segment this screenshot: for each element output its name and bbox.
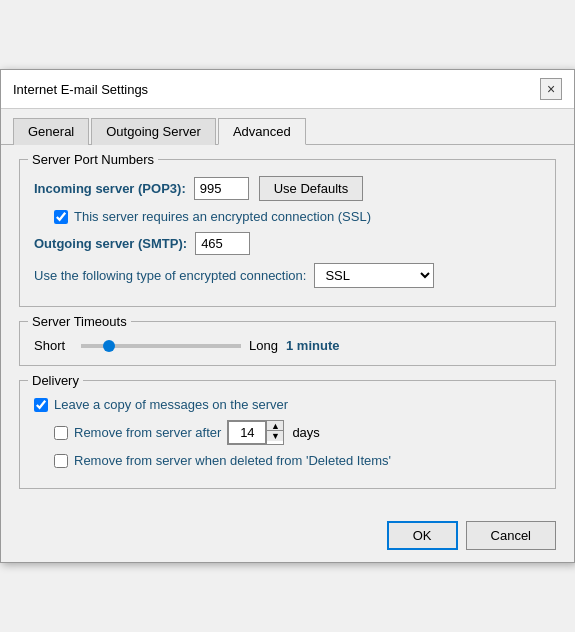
long-label: Long: [249, 338, 278, 353]
encryption-type-row: Use the following type of encrypted conn…: [34, 263, 541, 288]
content: Server Port Numbers Incoming server (POP…: [1, 145, 574, 513]
tab-general[interactable]: General: [13, 118, 89, 145]
cancel-button[interactable]: Cancel: [466, 521, 556, 550]
outgoing-server-row: Outgoing server (SMTP):: [34, 232, 541, 255]
encryption-dropdown[interactable]: SSL TLS Auto None: [314, 263, 434, 288]
tabs-row: General Outgoing Server Advanced: [1, 109, 574, 145]
incoming-server-input[interactable]: [194, 177, 249, 200]
dialog-title: Internet E-mail Settings: [13, 82, 148, 97]
server-port-numbers-title: Server Port Numbers: [28, 152, 158, 167]
incoming-server-row: Incoming server (POP3): Use Defaults: [34, 176, 541, 201]
delivery-section: Delivery Leave a copy of messages on the…: [19, 380, 556, 489]
server-timeouts-section: Server Timeouts Short Long 1 minute: [19, 321, 556, 366]
leave-copy-checkbox[interactable]: [34, 398, 48, 412]
ok-button[interactable]: OK: [387, 521, 458, 550]
ssl-checkbox-row: This server requires an encrypted connec…: [54, 209, 541, 224]
remove-deleted-label[interactable]: Remove from server when deleted from 'De…: [74, 453, 391, 468]
spinbox-down-button[interactable]: ▼: [267, 431, 283, 441]
slider-row: Short Long 1 minute: [34, 338, 541, 353]
days-label: days: [292, 425, 319, 440]
spinbox-up-button[interactable]: ▲: [267, 421, 283, 431]
outgoing-server-label: Outgoing server (SMTP):: [34, 236, 187, 251]
days-input[interactable]: [228, 421, 266, 444]
days-spinbox: ▲ ▼: [227, 420, 284, 445]
incoming-server-label: Incoming server (POP3):: [34, 181, 186, 196]
leave-copy-label[interactable]: Leave a copy of messages on the server: [54, 397, 288, 412]
server-timeouts-title: Server Timeouts: [28, 314, 131, 329]
remove-deleted-row: Remove from server when deleted from 'De…: [54, 453, 541, 468]
title-bar: Internet E-mail Settings ×: [1, 70, 574, 109]
remove-after-checkbox[interactable]: [54, 426, 68, 440]
spinbox-arrows: ▲ ▼: [266, 421, 283, 444]
server-port-numbers-section: Server Port Numbers Incoming server (POP…: [19, 159, 556, 307]
leave-copy-row: Leave a copy of messages on the server: [34, 397, 541, 412]
delivery-title: Delivery: [28, 373, 83, 388]
timeout-value: 1 minute: [286, 338, 339, 353]
close-button[interactable]: ×: [540, 78, 562, 100]
use-defaults-button[interactable]: Use Defaults: [259, 176, 363, 201]
encryption-label: Use the following type of encrypted conn…: [34, 268, 306, 283]
dialog-footer: OK Cancel: [1, 513, 574, 562]
short-label: Short: [34, 338, 65, 353]
remove-after-row: Remove from server after ▲ ▼ days: [54, 420, 541, 445]
outgoing-server-input[interactable]: [195, 232, 250, 255]
tab-outgoing-server[interactable]: Outgoing Server: [91, 118, 216, 145]
remove-deleted-checkbox[interactable]: [54, 454, 68, 468]
ssl-checkbox[interactable]: [54, 210, 68, 224]
ssl-checkbox-label[interactable]: This server requires an encrypted connec…: [74, 209, 371, 224]
timeout-slider[interactable]: [81, 344, 241, 348]
tab-advanced[interactable]: Advanced: [218, 118, 306, 145]
dialog: Internet E-mail Settings × General Outgo…: [0, 69, 575, 563]
remove-after-label[interactable]: Remove from server after: [74, 425, 221, 440]
